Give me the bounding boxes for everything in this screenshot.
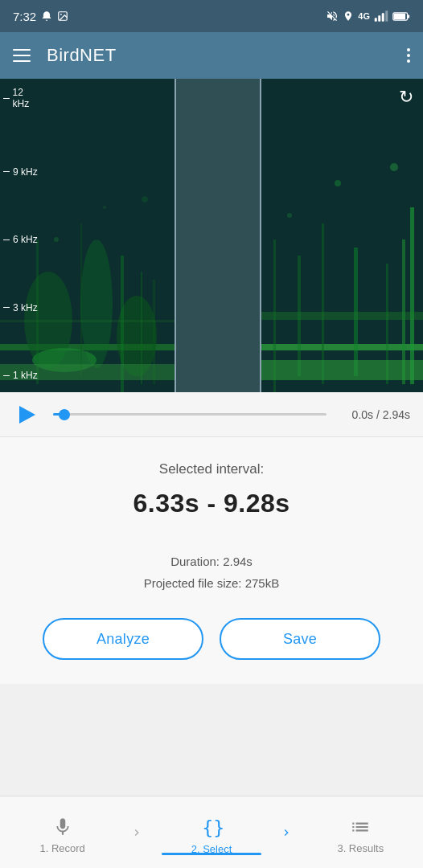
- playback-bar: 0.0s / 2.94s: [0, 392, 423, 437]
- svg-point-37: [54, 237, 59, 242]
- svg-point-39: [142, 196, 148, 203]
- time-display: 0.0s / 2.94s: [338, 408, 410, 421]
- analyze-button[interactable]: Analyze: [43, 618, 203, 660]
- refresh-button[interactable]: ↻: [399, 87, 413, 108]
- svg-rect-27: [0, 364, 175, 380]
- nav-record-label: 1. Record: [39, 842, 84, 854]
- hamburger-menu-button[interactable]: [13, 49, 31, 62]
- mute-icon: [326, 10, 339, 23]
- progress-thumb[interactable]: [59, 409, 70, 420]
- chevron-right-icon-2: [280, 826, 293, 839]
- filesize-info: Projected file size: 275kB: [144, 572, 279, 594]
- image-icon: [57, 10, 68, 22]
- list-icon: [350, 817, 371, 837]
- svg-rect-4: [382, 13, 384, 22]
- svg-rect-43: [175, 79, 261, 392]
- svg-rect-36: [261, 312, 423, 320]
- nav-arrow-1: [125, 826, 149, 839]
- progress-bar[interactable]: [53, 413, 326, 416]
- svg-rect-44: [175, 79, 176, 392]
- mic-icon: [52, 817, 73, 837]
- selected-interval-label: Selected interval:: [159, 461, 264, 477]
- nav-item-record[interactable]: 1. Record: [0, 810, 125, 854]
- progress-track[interactable]: [53, 413, 326, 416]
- spectrogram-svg: [0, 79, 423, 392]
- braces-icon: {}: [200, 816, 223, 838]
- svg-point-38: [103, 206, 106, 209]
- nav-arrow-2: [274, 826, 298, 839]
- svg-point-18: [80, 240, 113, 368]
- more-options-button[interactable]: [407, 48, 410, 63]
- nav-item-select[interactable]: {} 2. Select: [149, 809, 273, 855]
- svg-rect-21: [36, 240, 39, 384]
- svg-rect-45: [260, 79, 261, 392]
- duration-info: Duration: 2.94s: [144, 551, 279, 572]
- status-icons-area: 4G: [326, 10, 410, 23]
- status-time-area: 7:32: [13, 10, 68, 23]
- svg-rect-7: [408, 14, 410, 18]
- svg-rect-26: [0, 320, 175, 322]
- svg-rect-34: [410, 207, 414, 384]
- svg-text:{}: {}: [202, 817, 223, 838]
- spectrogram-view[interactable]: 12 kHz 9 kHz 6 kHz 3 kHz 1 kHz ↻: [0, 79, 423, 392]
- main-content: Selected interval: 6.33s - 9.28s Duratio…: [0, 437, 423, 684]
- status-time: 7:32: [13, 10, 36, 23]
- action-buttons: Analyze Save: [16, 618, 407, 660]
- svg-rect-35: [261, 360, 423, 380]
- location-icon: [343, 10, 354, 22]
- save-button[interactable]: Save: [220, 618, 380, 660]
- nav-select-label: 2. Select: [191, 843, 232, 855]
- battery-icon: [392, 11, 410, 22]
- status-bar: 7:32 4G: [0, 0, 423, 32]
- svg-rect-5: [385, 10, 388, 22]
- bottom-nav: 1. Record {} 2. Select 3. Results: [0, 796, 423, 868]
- chevron-right-icon-1: [130, 826, 143, 839]
- nav-item-results[interactable]: 3. Results: [298, 810, 423, 854]
- svg-rect-8: [394, 13, 405, 19]
- interval-value: 6.33s - 9.28s: [133, 489, 290, 518]
- play-button[interactable]: [13, 400, 42, 429]
- app-title: BirdNET: [47, 45, 407, 66]
- signal-icon: [374, 10, 388, 22]
- app-bar: BirdNET: [0, 32, 423, 79]
- info-block: Duration: 2.94s Projected file size: 275…: [144, 551, 279, 594]
- svg-rect-22: [80, 223, 82, 376]
- nav-results-label: 3. Results: [337, 842, 384, 854]
- svg-rect-3: [378, 15, 380, 22]
- svg-point-1: [60, 14, 62, 15]
- svg-point-41: [335, 180, 341, 186]
- svg-point-42: [390, 163, 398, 171]
- svg-rect-16: [261, 344, 423, 350]
- svg-rect-2: [375, 18, 377, 22]
- network-label: 4G: [358, 11, 370, 21]
- svg-point-40: [287, 213, 292, 218]
- notification-icon: [41, 10, 52, 22]
